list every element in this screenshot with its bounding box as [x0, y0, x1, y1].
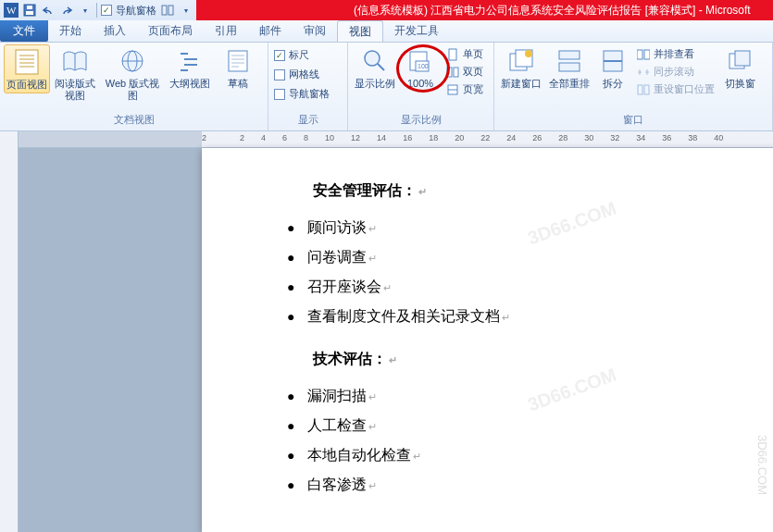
one-page-button[interactable]: 单页: [444, 46, 485, 62]
separator: [96, 3, 97, 18]
list-item: ●查看制度文件及相关记录文档↵: [287, 302, 748, 331]
ruler-margin: [19, 131, 202, 148]
two-page-button[interactable]: 双页: [444, 64, 485, 80]
draft-view-icon: [223, 46, 253, 76]
web-view-icon: [118, 46, 147, 76]
outline-view-button[interactable]: 大纲视图: [167, 44, 213, 92]
tab-label: 视图: [349, 24, 371, 40]
draft-view-label: 草稿: [228, 78, 248, 90]
ruler-tick: 34: [636, 133, 645, 142]
quick-access-toolbar: W ▾ ✓导航窗格 ▾: [0, 2, 197, 19]
page-width-button[interactable]: 页宽: [444, 81, 485, 97]
reading-view-button[interactable]: 阅读版式 视图: [52, 44, 98, 104]
split-label: 拆分: [603, 78, 623, 90]
zoom-100-button[interactable]: 100 100%: [400, 44, 441, 92]
side-by-side-label: 并排查看: [654, 47, 694, 61]
page-view-button[interactable]: 页面视图: [4, 44, 50, 93]
side-by-side-button[interactable]: 并排查看: [635, 46, 717, 62]
ribbon-group-show: ✓标尺 网格线 导航窗格 显示: [268, 43, 348, 130]
split-button[interactable]: 拆分: [594, 44, 631, 92]
ruler-tick: 32: [610, 133, 619, 142]
reading-view-icon: [60, 46, 90, 76]
ribbon: 页面视图 阅读版式 视图 Web 版式视图 大纲视图 草稿 文档视图 ✓标尺: [0, 43, 773, 131]
svg-line-26: [378, 64, 384, 70]
file-tab[interactable]: 文件: [0, 20, 48, 42]
ribbon-tabs: 文件 开始 插入 页面布局 引用 邮件 审阅 视图 开发工具: [0, 20, 773, 43]
ruler-tick: 28: [558, 133, 567, 142]
tab-label: 审阅: [304, 23, 326, 39]
arrange-all-button[interactable]: 全部重排: [546, 44, 592, 92]
list-item-text: 召开座谈会↵: [307, 272, 392, 302]
group-label: 窗口: [498, 113, 768, 129]
list-item: ●漏洞扫描↵: [287, 381, 748, 411]
bullet-icon: ●: [287, 275, 294, 301]
ribbon-group-zoom: 显示比例 100 100% 单页 双页 页宽 显示比例: [348, 43, 494, 130]
ruler-tick: 24: [506, 133, 516, 142]
nav-pane-label: 导航窗格: [289, 87, 330, 101]
horizontal-ruler[interactable]: 2246810121416182022242628303234363840: [19, 131, 773, 148]
new-window-button[interactable]: 新建窗口: [498, 44, 544, 92]
window-title: (信息系统模板) 江西省电力公司信息系统安全风险评估报告 [兼容模式] - Mi…: [196, 0, 773, 20]
reset-position-label: 重设窗口位置: [654, 82, 715, 96]
ruler-tick: 16: [403, 133, 412, 142]
two-page-icon: [446, 66, 459, 79]
svg-rect-47: [735, 51, 750, 66]
tab-home[interactable]: 开始: [48, 20, 93, 42]
one-page-icon: [446, 48, 459, 61]
ruler-tick: 26: [532, 133, 542, 142]
svg-rect-42: [637, 50, 642, 59]
group-label: 文档视图: [4, 113, 264, 129]
save-icon[interactable]: [22, 3, 37, 18]
tab-references[interactable]: 引用: [204, 20, 248, 42]
tab-label: 页面布局: [148, 23, 193, 39]
sync-scroll-icon: [637, 67, 650, 78]
ruler-checkbox[interactable]: ✓标尺: [274, 46, 330, 64]
magnifier-icon: [360, 46, 390, 76]
web-view-button[interactable]: Web 版式视图: [100, 44, 165, 104]
ruler-tick: 40: [714, 133, 723, 142]
page-view-label: 页面视图: [6, 79, 47, 91]
ruler-tick: 14: [377, 133, 386, 142]
vertical-ruler[interactable]: [0, 131, 19, 532]
gridlines-checkbox[interactable]: 网格线: [274, 66, 330, 83]
nav-pane-checkbox[interactable]: 导航窗格: [274, 85, 330, 103]
reset-position-button[interactable]: 重设窗口位置: [635, 81, 717, 97]
icon-group-1[interactable]: [160, 3, 175, 18]
checkbox-icon: [274, 89, 285, 100]
tab-review[interactable]: 审阅: [293, 20, 337, 42]
ruler-tick: 4: [261, 133, 266, 142]
group-label: 显示: [272, 113, 343, 129]
page-width-icon: [446, 83, 459, 96]
ruler-tick: 6: [282, 133, 287, 142]
list-item: ●召开座谈会↵: [287, 272, 748, 302]
document-page[interactable]: 安全管理评估：↵ ●顾问访谈↵●问卷调查↵●召开座谈会↵●查看制度文件及相关记录…: [202, 148, 773, 532]
ruler-tick: 38: [688, 133, 697, 142]
svg-rect-39: [559, 63, 580, 71]
switch-window-label: 切换窗: [725, 78, 755, 90]
svg-rect-43: [644, 50, 650, 59]
bullet-icon: ●: [287, 384, 294, 410]
svg-rect-7: [16, 50, 38, 74]
checkbox-icon: [274, 69, 285, 80]
group-label: 显示比例: [352, 113, 490, 129]
word-app-icon[interactable]: W: [4, 3, 19, 18]
bullet-icon: ●: [287, 414, 294, 439]
tab-developer[interactable]: 开发工具: [383, 20, 450, 42]
tab-insert[interactable]: 插入: [93, 20, 137, 42]
tab-view[interactable]: 视图: [337, 20, 383, 42]
switch-window-icon: [725, 46, 754, 76]
tab-page-layout[interactable]: 页面布局: [137, 20, 204, 42]
qat-dropdown-icon[interactable]: ▾: [78, 3, 93, 18]
nav-pane-checkbox-qat[interactable]: ✓导航窗格: [101, 2, 156, 19]
zoom-button[interactable]: 显示比例: [352, 44, 398, 92]
ruler-tick: 20: [455, 133, 464, 142]
switch-window-button[interactable]: 切换窗: [720, 44, 759, 92]
tab-mailings[interactable]: 邮件: [248, 20, 293, 42]
list-item: ●问卷调查↵: [287, 242, 748, 272]
qat-dropdown-2-icon[interactable]: ▾: [179, 3, 193, 18]
draft-view-button[interactable]: 草稿: [215, 44, 261, 92]
undo-icon[interactable]: [41, 3, 56, 18]
redo-icon[interactable]: [59, 3, 74, 18]
sync-scroll-button[interactable]: 同步滚动: [635, 64, 717, 80]
svg-point-25: [365, 51, 380, 66]
